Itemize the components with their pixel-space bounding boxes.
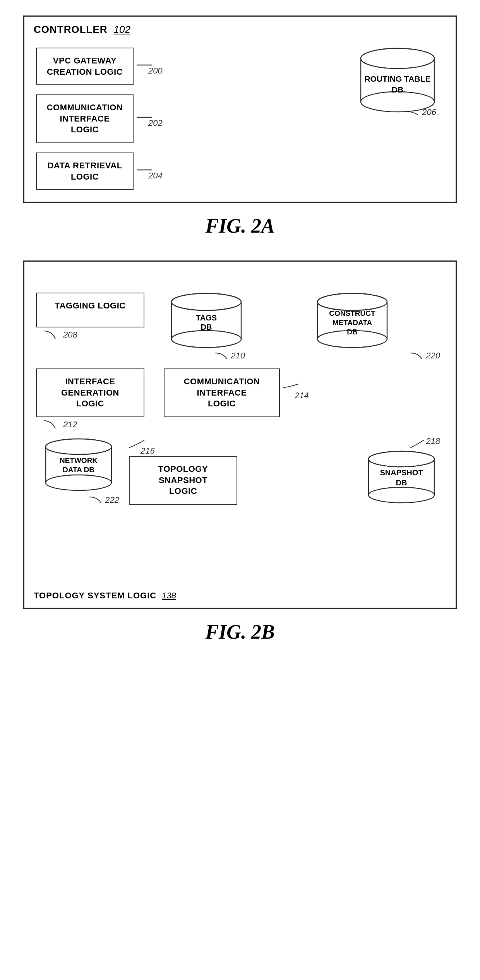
svg-text:DATA DB: DATA DB bbox=[63, 466, 94, 474]
topology-snapshot-row: 216 bbox=[129, 438, 155, 456]
interface-gen-ref: 212 bbox=[63, 420, 77, 430]
comm-interface2-box: COMMUNICATIONINTERFACELOGIC bbox=[164, 368, 280, 417]
tagging-logic-cell: TAGGING LOGIC 208 bbox=[36, 293, 152, 341]
comm-interface2-ref-wrap: 214 bbox=[283, 368, 309, 401]
network-data-db-svg: NETWORK DATA DB bbox=[42, 438, 115, 498]
figure-2b: TAGGING LOGIC 208 TAG bbox=[23, 260, 457, 643]
snapshot-db-ref-line-top bbox=[410, 438, 426, 450]
vpc-gateway-box: VPC GATEWAYCREATION LOGIC bbox=[36, 48, 134, 85]
tagging-ref-wrap: 208 bbox=[44, 329, 77, 341]
tags-db-ref: 210 bbox=[231, 351, 245, 361]
network-db-ref: 222 bbox=[105, 495, 119, 505]
topology-snapshot-ref: 216 bbox=[141, 446, 155, 456]
svg-text:METADATA: METADATA bbox=[333, 319, 372, 327]
construct-db-ref-wrap: 220 bbox=[410, 351, 440, 361]
tagging-ref-line bbox=[44, 329, 63, 341]
comm-interface-label: COMMUNICATIONINTERFACE LOGIC bbox=[47, 103, 123, 134]
fig2b-row3: NETWORK DATA DB 222 216 bbox=[36, 438, 444, 511]
fig2b-diagram: TAGGING LOGIC 208 TAG bbox=[23, 260, 457, 609]
svg-text:CONSTRUCT: CONSTRUCT bbox=[329, 309, 375, 317]
svg-text:ROUTING TABLE: ROUTING TABLE bbox=[364, 74, 430, 83]
svg-point-36 bbox=[369, 487, 434, 503]
topology-snapshot-box: TOPOLOGYSNAPSHOTLOGIC bbox=[129, 456, 237, 505]
interface-gen-box: INTERFACEGENERATIONLOGIC bbox=[36, 368, 144, 417]
svg-point-3 bbox=[361, 92, 434, 112]
fig2a-title-ref: 102 bbox=[114, 24, 130, 36]
comm-interface-box: COMMUNICATIONINTERFACE LOGIC bbox=[36, 94, 134, 143]
svg-text:DB: DB bbox=[396, 478, 407, 487]
network-db-ref-wrap: 222 bbox=[89, 495, 119, 505]
svg-text:TAGS: TAGS bbox=[196, 314, 217, 322]
fig2a-diagram: CONTROLLER 102 VPC GATEWAYCREATION LOGIC… bbox=[23, 15, 457, 203]
svg-text:DB: DB bbox=[392, 85, 403, 94]
snapshot-db-svg: SNAPSHOT DB bbox=[365, 451, 438, 511]
snapshot-db-ref: 218 bbox=[426, 436, 440, 446]
topology-system-label-wrap: TOPOLOGY SYSTEM LOGIC 138 bbox=[34, 591, 176, 601]
vpc-gateway-row: VPC GATEWAYCREATION LOGIC 200 bbox=[36, 48, 168, 85]
vpc-gateway-label: VPC GATEWAYCREATION LOGIC bbox=[47, 56, 123, 77]
fig2a-right-column: ROUTING TABLE DB 206 bbox=[168, 48, 444, 119]
routing-table-db-wrap: ROUTING TABLE DB 206 bbox=[359, 48, 436, 119]
topology-snapshot-label: TOPOLOGYSNAPSHOTLOGIC bbox=[158, 464, 208, 496]
tags-db-svg: TAGS DB bbox=[168, 293, 245, 355]
routing-table-db: ROUTING TABLE DB bbox=[359, 48, 436, 119]
interface-gen-ref-wrap: 212 bbox=[44, 419, 77, 430]
data-retrieval-row: DATA RETRIEVALLOGIC 204 bbox=[36, 152, 168, 190]
tags-db-ref-line bbox=[215, 351, 231, 361]
topology-snapshot-cell: 216 TOPOLOGYSNAPSHOTLOGIC bbox=[129, 438, 351, 505]
network-data-db-cell: NETWORK DATA DB 222 bbox=[36, 438, 121, 505]
fig2b-row1: TAGGING LOGIC 208 TAG bbox=[36, 293, 444, 361]
fig2a-left-column: VPC GATEWAYCREATION LOGIC 200 COMMUNICAT… bbox=[36, 48, 168, 190]
fig2a-caption: FIG. 2A bbox=[205, 214, 274, 237]
interface-gen-cell: INTERFACEGENERATIONLOGIC 212 bbox=[36, 368, 152, 430]
svg-point-11 bbox=[171, 331, 241, 348]
figure-2a: CONTROLLER 102 VPC GATEWAYCREATION LOGIC… bbox=[23, 15, 457, 237]
comm-interface2-cell: COMMUNICATIONINTERFACELOGIC 214 bbox=[164, 368, 444, 417]
tags-db-cell: TAGS DB 210 bbox=[164, 293, 249, 361]
snapshot-db-ref-wrap-top: 218 bbox=[410, 438, 440, 450]
svg-text:DB: DB bbox=[347, 328, 357, 336]
routing-db-svg: ROUTING TABLE DB bbox=[359, 48, 436, 117]
svg-point-28 bbox=[46, 475, 111, 490]
tags-db-ref-wrap: 210 bbox=[215, 351, 245, 361]
comm-interface2-label: COMMUNICATIONINTERFACELOGIC bbox=[184, 377, 260, 408]
comm-interface-ref: 202 bbox=[148, 118, 163, 128]
interface-gen-ref-line bbox=[44, 419, 63, 430]
construct-db-ref: 220 bbox=[426, 351, 440, 361]
data-retrieval-label: DATA RETRIEVALLOGIC bbox=[47, 161, 122, 182]
fig2a-title: CONTROLLER bbox=[34, 24, 108, 36]
topology-system-label: TOPOLOGY SYSTEM LOGIC bbox=[34, 591, 156, 601]
tagging-logic-label: TAGGING LOGIC bbox=[55, 301, 125, 310]
interface-gen-label: INTERFACEGENERATIONLOGIC bbox=[61, 377, 119, 408]
tagging-logic-box: TAGGING LOGIC bbox=[36, 293, 144, 327]
construct-db-ref-line bbox=[410, 351, 426, 361]
svg-text:DB: DB bbox=[201, 323, 212, 331]
comm-interface-row: COMMUNICATIONINTERFACE LOGIC 202 bbox=[36, 94, 168, 143]
topology-system-ref: 138 bbox=[162, 591, 176, 601]
construct-metadata-cell: CONSTRUCT METADATA DB 220 bbox=[261, 293, 444, 361]
data-retrieval-ref: 204 bbox=[148, 171, 163, 181]
snapshot-db-cell: 218 SNAPSHOT DB bbox=[359, 438, 444, 511]
construct-metadata-svg: CONSTRUCT METADATA DB bbox=[314, 293, 391, 355]
tagging-ref: 208 bbox=[63, 330, 77, 340]
vpc-gateway-ref: 200 bbox=[148, 66, 163, 76]
network-db-ref-line bbox=[89, 495, 105, 505]
comm-interface2-ref: 214 bbox=[295, 391, 309, 401]
fig2b-caption: FIG. 2B bbox=[205, 620, 274, 643]
svg-text:SNAPSHOT: SNAPSHOT bbox=[380, 468, 423, 477]
fig2b-row2: INTERFACEGENERATIONLOGIC 212 COMMUNICATI… bbox=[36, 368, 444, 430]
svg-text:NETWORK: NETWORK bbox=[60, 456, 98, 464]
data-retrieval-box: DATA RETRIEVALLOGIC bbox=[36, 152, 134, 190]
